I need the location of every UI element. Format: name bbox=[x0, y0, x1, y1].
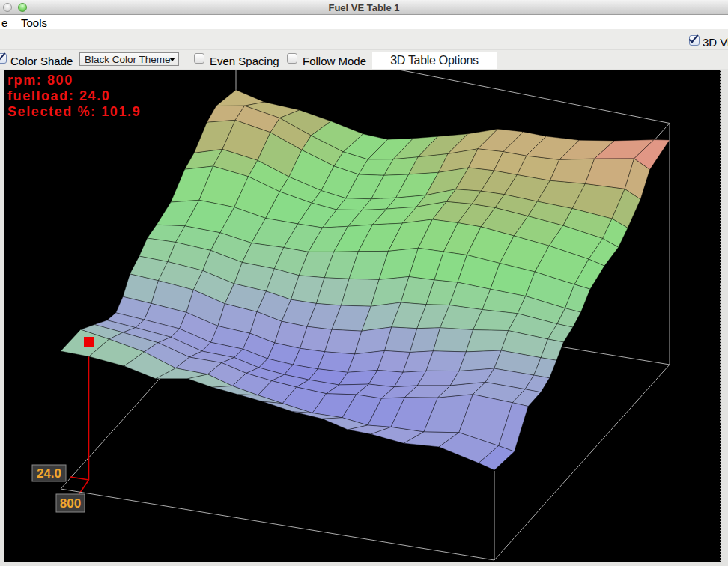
svg-text:24.0: 24.0 bbox=[37, 466, 61, 481]
svg-text:800: 800 bbox=[60, 496, 81, 511]
